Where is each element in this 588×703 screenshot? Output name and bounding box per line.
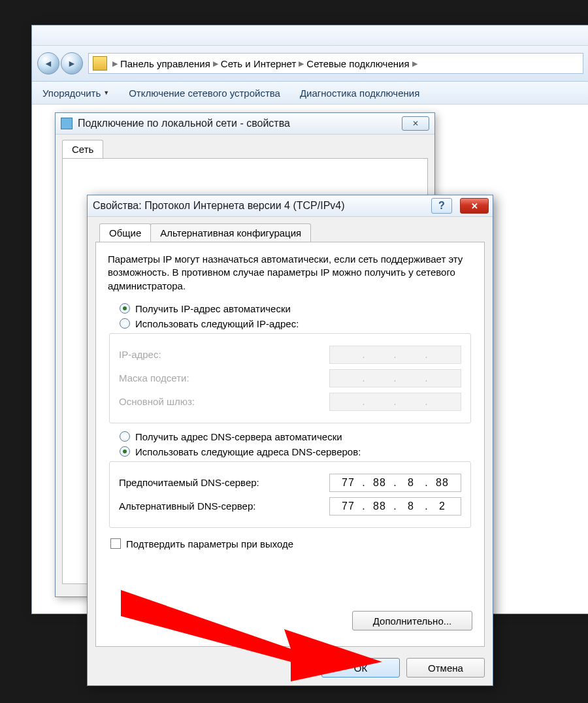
gateway-row: Основной шлюз: ...	[119, 390, 461, 414]
radio-label: Получить адрес DNS-сервера автоматически	[135, 431, 342, 442]
validate-label: Подтвердить параметры при выходе	[126, 538, 293, 549]
radio-icon	[120, 318, 130, 329]
radio-icon	[120, 431, 130, 442]
ok-button[interactable]: ОК	[321, 658, 400, 678]
tab-general[interactable]: Общие	[99, 223, 151, 242]
close-button[interactable]: ✕	[402, 116, 429, 131]
tab-alternate[interactable]: Альтернативная конфигурация	[150, 223, 311, 242]
advanced-button[interactable]: Дополнительно...	[352, 611, 472, 630]
octet: 77	[336, 477, 361, 489]
disable-device-button[interactable]: Отключение сетевого устройства	[129, 88, 280, 99]
breadcrumb-item[interactable]: Панель управления	[120, 58, 210, 69]
help-button[interactable]: ?	[431, 198, 452, 214]
organize-menu[interactable]: Упорядочить ▼	[42, 88, 109, 99]
dns-alternate-row: Альтернативный DNS-сервер: 77. 88. 8. 2	[119, 495, 461, 518]
radio-label: Получить IP-адрес автоматически	[135, 303, 291, 314]
dns-alternate-input[interactable]: 77. 88. 8. 2	[329, 497, 461, 515]
gateway-label: Основной шлюз:	[119, 396, 329, 407]
subnet-mask-row: Маска подсети: ...	[119, 367, 461, 390]
organize-label: Упорядочить	[42, 88, 101, 99]
dns-alternate-label: Альтернативный DNS-сервер:	[119, 500, 329, 512]
chevron-right-icon: ▶	[213, 59, 218, 68]
properties-title: Подключение по локальной сети - свойства	[78, 118, 397, 129]
dns-preferred-row: Предпочитаемый DNS-сервер: 77. 88. 8. 88	[119, 471, 461, 495]
ip-address-row: IP-адрес: ...	[119, 343, 461, 367]
explorer-titlebar	[32, 25, 588, 46]
radio-dns-auto[interactable]: Получить адрес DNS-сервера автоматически	[108, 431, 472, 442]
radio-icon	[120, 303, 130, 314]
ipv4-properties-dialog: Свойства: Протокол Интернета версии 4 (T…	[87, 195, 493, 686]
subnet-mask-label: Маска подсети:	[119, 372, 329, 384]
validate-checkbox-row[interactable]: Подтвердить параметры при выходе	[108, 538, 472, 549]
address-bar: ◄ ► ▶ Панель управления ▶ Сеть и Интерне…	[32, 46, 588, 82]
octet: 2	[430, 500, 455, 512]
toolbar: Упорядочить ▼ Отключение сетевого устрой…	[32, 82, 588, 105]
close-button[interactable]: ✕	[460, 198, 489, 214]
chevron-right-icon: ▶	[412, 59, 417, 68]
tab-network[interactable]: Сеть	[62, 140, 103, 158]
description-text: Параметры IP могут назначаться автоматич…	[108, 253, 472, 293]
gateway-input: ...	[329, 393, 461, 411]
dropdown-icon: ▼	[103, 90, 109, 96]
ipv4-tab-strip: Общие Альтернативная конфигурация	[88, 217, 493, 242]
network-icon	[61, 118, 73, 129]
radio-label: Использовать следующие адреса DNS-сервер…	[135, 446, 361, 457]
radio-label: Использовать следующий IP-адрес:	[135, 318, 299, 329]
octet: 88	[367, 477, 392, 489]
radio-dns-manual[interactable]: Использовать следующие адреса DNS-сервер…	[108, 446, 472, 457]
chevron-right-icon: ▶	[112, 59, 118, 68]
chevron-right-icon: ▶	[299, 59, 304, 68]
back-button[interactable]: ◄	[37, 52, 59, 74]
dns-fields-group: Предпочитаемый DNS-сервер: 77. 88. 8. 88…	[109, 461, 471, 528]
ipv4-panel: Параметры IP могут назначаться автоматич…	[95, 242, 485, 647]
radio-ip-auto[interactable]: Получить IP-адрес автоматически	[108, 303, 472, 314]
advanced-button-wrap: Дополнительно...	[352, 611, 472, 630]
breadcrumb-item[interactable]: Сетевые подключения	[306, 58, 409, 69]
cancel-button[interactable]: Отмена	[406, 658, 485, 678]
ip-address-input: ...	[329, 346, 461, 364]
diagnose-button[interactable]: Диагностика подключения	[300, 88, 419, 99]
dns-preferred-input[interactable]: 77. 88. 8. 88	[329, 474, 461, 492]
forward-button[interactable]: ►	[61, 52, 83, 74]
ipv4-titlebar: Свойства: Протокол Интернета версии 4 (T…	[88, 195, 493, 217]
subnet-mask-input: ...	[329, 369, 461, 387]
checkbox-icon	[110, 538, 121, 549]
octet: 77	[336, 500, 361, 512]
dns-preferred-label: Предпочитаемый DNS-сервер:	[119, 477, 329, 488]
octet: 88	[367, 500, 392, 512]
ip-fields-group: IP-адрес: ... Маска подсети: ... Основно…	[109, 333, 471, 423]
ipv4-title: Свойства: Протокол Интернета версии 4 (T…	[93, 200, 426, 212]
nav-buttons: ◄ ►	[37, 52, 83, 74]
ip-address-label: IP-адрес:	[119, 349, 329, 360]
octet: 8	[399, 477, 423, 489]
properties-titlebar: Подключение по локальной сети - свойства…	[56, 113, 434, 135]
radio-ip-manual[interactable]: Использовать следующий IP-адрес:	[108, 318, 472, 329]
octet: 8	[399, 500, 423, 512]
radio-icon	[120, 446, 130, 457]
breadcrumb-item[interactable]: Сеть и Интернет	[221, 58, 297, 69]
dialog-buttons: ОК Отмена	[321, 658, 485, 678]
breadcrumb[interactable]: ▶ Панель управления ▶ Сеть и Интернет ▶ …	[88, 53, 583, 74]
control-panel-icon	[93, 56, 107, 71]
octet: 88	[430, 477, 455, 489]
tab-strip: Сеть	[56, 135, 434, 158]
